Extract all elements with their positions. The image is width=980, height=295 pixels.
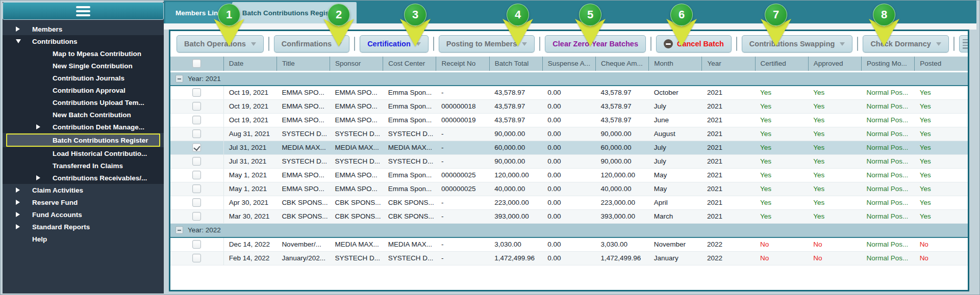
cell-date: Jul 31, 2021 — [223, 154, 277, 168]
row-checkbox[interactable] — [192, 143, 201, 152]
sidebar-item-transferred-in-claims[interactable]: Transferred In Claims — [3, 159, 164, 172]
sidebar-item-new-batch-contribution[interactable]: New Batch Contribution — [3, 109, 164, 121]
grid-menu-button[interactable] — [959, 35, 969, 52]
row-checkbox[interactable] — [192, 198, 201, 207]
sidebar-item-contribution-approval[interactable]: Contribution Approval — [3, 84, 164, 96]
chevron-right-icon — [16, 187, 27, 193]
hamburger-menu-icon[interactable] — [76, 6, 90, 16]
collapse-icon[interactable] — [175, 226, 183, 234]
tab-members-link[interactable]: Members Link — [165, 2, 232, 23]
row-select-cell — [170, 196, 223, 209]
row-checkbox[interactable] — [192, 171, 201, 179]
cancel-batch-button[interactable]: Cancel Batch — [656, 35, 732, 52]
sidebar-item-label: Standard Reports — [32, 223, 90, 231]
cell-month: March — [649, 209, 702, 223]
sidebar-item-contribution-journals[interactable]: Contribution Journals — [3, 72, 164, 84]
sidebar-item-members[interactable]: Members — [3, 23, 164, 35]
column-header-posting-mo: Posting Mo... — [861, 57, 914, 71]
contributions-swapping-button[interactable]: Contributions Swapping — [742, 35, 853, 52]
cell-sponsor: CBK SPONS... — [330, 209, 383, 223]
cell-cost-center: MEDIA MAX... — [383, 141, 436, 154]
sidebar-item-contributions-receivables[interactable]: Contributions Receivables/... — [3, 172, 164, 184]
cell-year: 2021 — [702, 196, 755, 209]
toolbar-separator — [433, 37, 434, 51]
button-label: Posting to Members — [446, 40, 517, 48]
sidebar-item-batch-contributions-register[interactable]: Batch Contributions Register — [6, 133, 160, 147]
sidebar-item-help[interactable]: Help — [3, 233, 164, 245]
table-row[interactable]: Jul 31, 2021MEDIA MAX...MEDIA MAX...MEDI… — [170, 141, 968, 154]
tab-close-icon[interactable]: × — [345, 7, 349, 13]
confirmations-button[interactable]: Confirmations — [274, 35, 349, 52]
row-checkbox[interactable] — [192, 88, 201, 97]
table-row[interactable]: May 1, 2021EMMA SPO...EMMA SPO...Emma Sp… — [170, 168, 968, 182]
tab-batch-contributions-register[interactable]: Batch Contributions Register× — [232, 2, 357, 23]
table-row[interactable]: May 1, 2021EMMA SPO...EMMA SPO...Emma Sp… — [170, 182, 968, 196]
toolbar-separator — [953, 37, 954, 51]
cell-month: July — [649, 154, 702, 168]
sidebar-item-label: Transferred In Claims — [53, 162, 123, 170]
row-checkbox[interactable] — [192, 102, 201, 111]
row-checkbox[interactable] — [192, 157, 201, 166]
sidebar-item-claim-activities[interactable]: Claim Activities — [3, 184, 164, 196]
sidebar-item-fund-accounts[interactable]: Fund Accounts — [3, 208, 164, 221]
batch-operations-button[interactable]: Batch Operations — [177, 35, 264, 52]
row-checkbox[interactable] — [192, 116, 201, 124]
group-label: Year: 2022 — [188, 226, 221, 234]
cell-posted: Yes — [915, 141, 968, 154]
batch-register-table: DateTitleSponsorCost CenterReceipt NoBat… — [170, 57, 968, 265]
row-checkbox[interactable] — [192, 254, 201, 262]
cell-year: 2021 — [702, 113, 755, 127]
toolbar-separator — [736, 37, 737, 51]
chevron-right-icon — [16, 26, 27, 32]
collapse-icon[interactable] — [175, 75, 183, 83]
button-label: Batch Operations — [184, 40, 246, 48]
cell-receipt-no: - — [436, 127, 489, 141]
posting-to-members-button[interactable]: Posting to Members — [439, 35, 535, 52]
cell-batch-total: 43,578.97 — [489, 86, 542, 99]
cell-approved: Yes — [808, 86, 861, 99]
cell-year: 2021 — [702, 168, 755, 182]
table-row[interactable]: Mar 30, 2021CBK SPONS...CBK SPONS...CBK … — [170, 209, 968, 223]
row-select-cell — [170, 168, 223, 182]
table-row[interactable]: Oct 19, 2021EMMA SPO...EMMA SPO...Emma S… — [170, 113, 968, 127]
cell-posted: Yes — [915, 168, 968, 182]
sidebar-header[interactable] — [3, 2, 164, 20]
sidebar-item-contributions-upload-tem[interactable]: Contributions Upload Tem... — [3, 96, 164, 109]
toolbar: Batch OperationsConfirmationsCertificati… — [170, 31, 968, 57]
table-row[interactable]: Feb 14, 2022January/202...SYSTECH D...SY… — [170, 251, 968, 265]
cell-title: CBK SPONS... — [277, 196, 330, 209]
cell-posted: Yes — [915, 196, 968, 209]
table-row[interactable]: Dec 14, 2022November/...MEDIA MAX...MEDI… — [170, 237, 968, 251]
row-checkbox[interactable] — [192, 212, 201, 221]
sidebar-item-contribution-debt-manage[interactable]: Contribution Debt Manage... — [3, 121, 164, 133]
cell-month: August — [649, 127, 702, 141]
select-all-checkbox[interactable] — [192, 59, 201, 68]
chevron-down-icon — [416, 42, 421, 46]
sidebar-item-reserve-fund[interactable]: Reserve Fund — [3, 196, 164, 208]
cell-posting-mode: Normal Pos... — [861, 113, 914, 127]
table-row[interactable]: Apr 30, 2021CBK SPONS...CBK SPONS...CBK … — [170, 196, 968, 209]
table-row[interactable]: Oct 19, 2021EMMA SPO...EMMA SPO...Emma S… — [170, 99, 968, 113]
certification-button[interactable]: Certification — [360, 35, 429, 52]
sidebar-item-load-historical-contributio[interactable]: Load Historical Contributio... — [3, 147, 164, 159]
cell-sponsor: SYSTECH D... — [330, 127, 383, 141]
cell-certified: Yes — [755, 168, 808, 182]
cell-certified: Yes — [755, 154, 808, 168]
row-checkbox[interactable] — [192, 129, 201, 138]
sidebar-item-map-to-mpesa-contribution[interactable]: Map to Mpesa Contribution — [3, 47, 164, 60]
clear-zero-year-batches-button[interactable]: Clear Zero-Year Batches — [545, 35, 646, 52]
cell-year: 2021 — [702, 209, 755, 223]
sidebar-item-new-single-contribution[interactable]: New Single Contribution — [3, 60, 164, 72]
sidebar-item-contributions[interactable]: Contributions — [3, 35, 164, 47]
row-checkbox[interactable] — [192, 184, 201, 193]
cell-sponsor: EMMA SPO... — [330, 86, 383, 99]
sidebar-item-standard-reports[interactable]: Standard Reports — [3, 221, 164, 233]
table-row[interactable]: Aug 31, 2021SYSTECH D...SYSTECH D...SYST… — [170, 127, 968, 141]
check-dormancy-button[interactable]: Check Dormancy — [863, 35, 948, 52]
cell-year: 2021 — [702, 154, 755, 168]
select-all-header[interactable] — [170, 57, 223, 71]
table-row[interactable]: Jul 31, 2021SYSTECH D...SYSTECH D...SYST… — [170, 154, 968, 168]
row-checkbox[interactable] — [192, 240, 201, 249]
cell-sponsor: EMMA SPO... — [330, 113, 383, 127]
table-row[interactable]: Oct 19, 2021EMMA SPO...EMMA SPO...Emma S… — [170, 86, 968, 99]
